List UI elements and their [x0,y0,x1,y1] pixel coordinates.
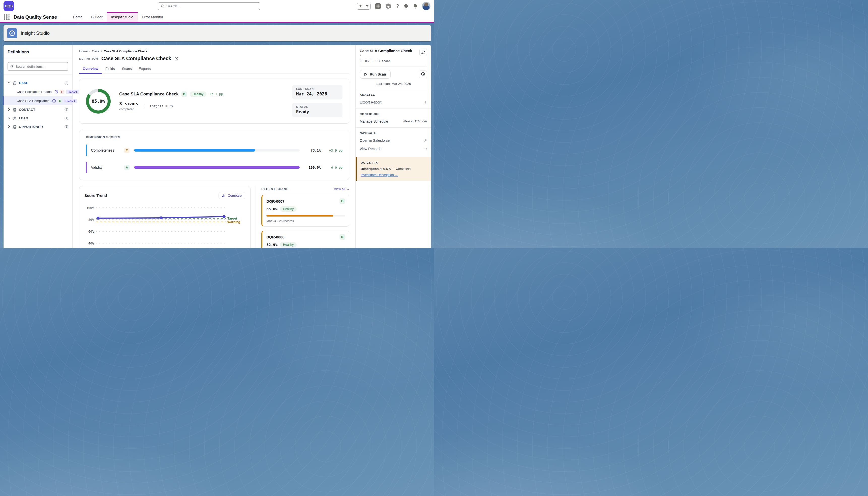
analyze-section: ANALYZE Export Report ↓ [356,89,431,109]
last-scan-label: LAST SCAN [296,87,339,90]
bar-chart-icon [222,194,226,197]
definition-label: Case SLA Compliance... [17,99,52,103]
grade-badge: B [181,91,187,97]
utility-bar: DQS ? [0,0,434,12]
setup-gear-icon[interactable] [403,3,408,9]
score-delta: +2.1 pp [209,92,223,96]
app-launcher-waffle-icon[interactable] [4,14,10,20]
scan-id: DQR-0006 [266,235,285,239]
help-button[interactable]: ? [396,3,399,9]
dimension-scores-title: DIMENSION SCORES [86,136,343,139]
tab-fields[interactable]: Fields [102,67,118,74]
target-text: target: >80% [144,104,174,108]
dimension-value: 73.1% [301,148,321,152]
favorites-dropdown[interactable] [364,3,371,9]
dimension-row-completeness: Completeness C 73.1% +3.9 pp [86,144,343,156]
favorites-split-button[interactable] [357,3,371,10]
sidebar-group-contact[interactable]: CONTACT (2) [3,105,72,114]
definitions-sidebar: Definitions CASE (2) Case Escalation Rea… [3,45,73,248]
schedule-clock-button[interactable] [419,70,427,78]
last-scan-text: Last scan: Mar 24, 2026 [356,82,431,89]
object-database-icon [13,116,17,120]
grade-badge: C [124,148,130,153]
grade-badge: A [124,165,130,170]
app-name: Data Quality Sense [14,14,57,20]
sidebar-group-opportunity[interactable]: OPPORTUNITY (1) [3,122,72,131]
definitions-search[interactable] [8,62,68,71]
nav-tab-builder[interactable]: Builder [87,12,107,22]
trailhead-icon[interactable] [385,3,392,9]
navigate-header: NAVIGATE [360,131,427,135]
add-button[interactable] [375,3,381,9]
right-arrow-icon: → [424,146,427,151]
sidebar-group-lead[interactable]: LEAD (1) [3,114,72,122]
nav-tab-error-monitor[interactable]: Error Monitor [138,12,168,22]
scan-card-dqr-0007[interactable]: DQR-0007 B 85.0% Healthy Mar 24 · 26 rec… [261,195,349,227]
external-link-icon[interactable] [175,57,178,61]
tab-overview[interactable]: Overview [79,67,102,74]
score-summary-card: 85.0% Case SLA Compliance Check B Health… [79,79,349,124]
global-search-input[interactable] [166,4,257,8]
export-report-label: Export Report [360,100,381,104]
score-trend-title: Score Trend [85,193,107,198]
nav-tab-insight-studio[interactable]: Insight Studio [107,12,138,22]
grade-badge: B [340,234,345,240]
global-search[interactable] [158,2,260,10]
dimension-scores-card: DIMENSION SCORES Completeness C 73.1% +3… [79,130,349,180]
panel-stats: 85.0% B · 3 scans [360,59,427,63]
star-icon[interactable] [357,3,364,9]
worst-field-name: Description [361,167,379,171]
tab-exports[interactable]: Exports [135,67,154,74]
investigate-link[interactable]: Investigate Description → [361,173,398,177]
scan-card-dqr-0006[interactable]: DQR-0006 B 82.9% Healthy Mar 24 · 26 rec… [261,231,349,248]
refresh-button[interactable] [419,49,427,56]
dimension-bar [134,149,300,152]
dimension-value: 100.0% [301,166,321,169]
definition-eyebrow: DEFINITION [79,57,98,60]
svg-text:Warning: Warning [227,220,240,224]
quick-fix-header: QUICK FIX [361,161,427,164]
tab-scans[interactable]: Scans [118,67,135,74]
score-value: 85.0% [86,89,111,113]
external-arrow-icon: ↗ [424,138,427,143]
panel-title: Case SLA Compliance Check · [360,49,413,58]
brand-divider [0,22,434,23]
manage-schedule-item[interactable]: Manage Schedule Next in 11h 50m [360,119,427,123]
breadcrumb-home[interactable]: Home [79,50,88,53]
dimension-accent [86,161,87,173]
dimension-delta: +3.9 pp [321,149,343,152]
view-all-link[interactable]: View all → [334,187,349,191]
run-scan-button[interactable]: Run Scan [360,70,391,79]
configure-section: CONFIGURE Manage Schedule Next in 11h 50… [356,109,431,127]
sidebar-group-case[interactable]: CASE (2) [3,79,72,87]
score-donut: 85.0% [86,89,111,113]
nav-tab-home[interactable]: Home [69,12,87,22]
sidebar-item-case-escalation[interactable]: Case Escalation Readin... F READY [3,87,72,96]
breadcrumb: Home/ Case/ Case SLA Compliance Check [79,50,349,53]
compare-button[interactable]: Compare [219,192,245,199]
view-records-label: View Records [360,147,381,151]
page-header-banner: Insight Studio [3,25,431,41]
notifications-bell-icon[interactable] [413,3,418,9]
health-badge: Healthy [190,91,206,97]
scan-count: 3 scans [119,101,138,106]
health-badge: Healthy [280,242,297,248]
recent-scans-title: RECENT SCANS [261,187,288,191]
avatar[interactable] [422,2,431,10]
view-records-item[interactable]: View Records → [360,146,427,151]
sidebar-item-case-sla-compliance[interactable]: Case SLA Compliance... B READY [3,96,72,105]
refresh-icon [421,50,425,55]
export-report-item[interactable]: Export Report ↓ [360,100,427,105]
dimension-name: Validity [91,166,124,169]
page-title: Insight Studio [21,30,50,36]
chevron-down-icon [8,81,11,84]
breadcrumb-case[interactable]: Case [92,50,99,53]
open-in-salesforce-item[interactable]: Open in Salesforce ↗ [360,138,427,143]
clock-icon [421,72,425,76]
object-database-icon [13,81,17,85]
download-arrow-icon: ↓ [424,100,427,105]
definition-name: Case SLA Compliance Check [119,92,179,97]
dimension-row-validity: Validity A 100.0% 0.0 pp [86,161,343,173]
definition-title: Case SLA Compliance Check [101,56,171,61]
definitions-search-input[interactable] [16,65,65,68]
